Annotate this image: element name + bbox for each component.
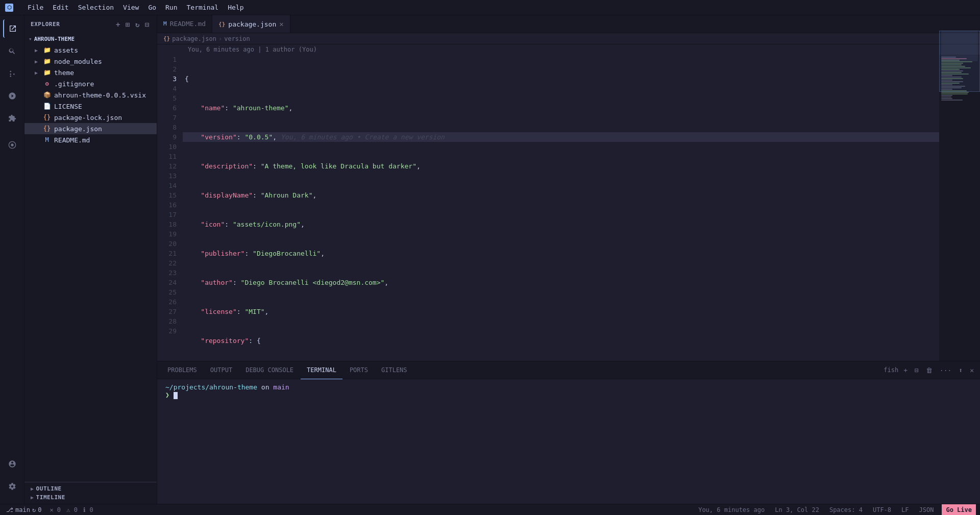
menu-file[interactable]: File [23, 3, 47, 12]
file-vsix-label: ahroun-theme-0.0.5.vsix [54, 91, 146, 99]
ln-25: 25 [165, 287, 177, 297]
file-gitignore[interactable]: ⚙ .gitignore [24, 78, 157, 89]
position-text: Ln 3, Col 22 [775, 506, 819, 513]
folder-theme[interactable]: ▶ 📁 theme [24, 67, 157, 78]
svg-point-1 [11, 143, 13, 146]
ln-13: 13 [165, 171, 177, 181]
split-terminal-icon[interactable]: ⊟ [913, 365, 921, 375]
new-terminal-icon[interactable]: + [901, 365, 910, 375]
maximize-panel-icon[interactable]: ⬆ [957, 365, 965, 375]
activity-extensions[interactable] [3, 109, 21, 128]
sync-count: 0 [38, 506, 41, 513]
error-count: 0 [57, 506, 61, 513]
project-root[interactable]: ▾ AHROUN-THEME [24, 33, 157, 44]
menu-terminal[interactable]: Terminal [183, 3, 223, 12]
terminal-cursor [174, 392, 178, 399]
menu-edit[interactable]: Edit [48, 3, 72, 12]
status-branch[interactable]: ⎇ main ↻ 0 [4, 506, 43, 513]
panel-tab-ports[interactable]: PORTS [344, 361, 374, 379]
status-errors[interactable]: ✕ 0 ⚠ 0 ℹ 0 [47, 506, 95, 513]
tab-close-icon[interactable]: ✕ [279, 20, 283, 28]
folder-icon: 📁 [43, 46, 51, 54]
panel: PROBLEMS OUTPUT DEBUG CONSOLE TERMINAL P… [157, 361, 980, 504]
file-package-lock-label: package-lock.json [54, 114, 122, 121]
json-icon: {} [43, 113, 51, 121]
activity-bar [0, 15, 24, 504]
activity-settings[interactable] [3, 477, 21, 496]
go-live-button[interactable]: Go Live [942, 504, 976, 516]
go-live-label: Go Live [946, 506, 972, 513]
ln-21: 21 [165, 249, 177, 258]
status-language[interactable]: JSON [917, 506, 936, 513]
terminal-prompt-symbol: ❯ [165, 391, 174, 399]
code-content[interactable]: { "name": "ahroun-theme", "version": "0.… [183, 55, 939, 361]
status-encoding[interactable]: UTF-8 [871, 506, 893, 513]
error-icon: ✕ [50, 506, 53, 513]
ln-19: 19 [165, 229, 177, 239]
new-file-icon[interactable]: + [115, 19, 121, 30]
activity-search[interactable] [3, 42, 21, 60]
activity-account[interactable] [3, 455, 21, 473]
refresh-explorer-icon[interactable]: ↻ [134, 19, 141, 30]
explorer-title: EXPLORER [31, 21, 60, 28]
language-text: JSON [919, 506, 934, 513]
file-readme[interactable]: M README.md [24, 134, 157, 145]
file-package-lock[interactable]: {} package-lock.json [24, 112, 157, 123]
tab-package-json[interactable]: {} package.json ✕ [212, 15, 290, 33]
activity-explorer[interactable] [3, 19, 21, 38]
kill-terminal-icon[interactable]: 🗑 [924, 365, 935, 375]
line-ending-text: LF [901, 506, 909, 513]
timeline-section[interactable]: ▶ TIMELINE [24, 493, 157, 502]
tab-readme[interactable]: M README.md [157, 15, 212, 33]
code-editor[interactable]: 1 2 3 4 5 6 7 8 9 10 11 12 13 14 15 16 1 [157, 55, 939, 361]
file-gitignore-label: .gitignore [54, 80, 94, 88]
ln-26: 26 [165, 297, 177, 307]
panel-more-icon[interactable]: ··· [938, 365, 953, 375]
activity-source-control[interactable] [3, 64, 21, 83]
status-position[interactable]: Ln 3, Col 22 [773, 506, 821, 513]
panel-tab-gitlens[interactable]: GITLENS [375, 361, 413, 379]
menu-go[interactable]: Go [144, 3, 160, 12]
panel-tab-debug[interactable]: DEBUG CONSOLE [239, 361, 300, 379]
folder-assets[interactable]: ▶ 📁 assets [24, 44, 157, 56]
outline-section[interactable]: ▶ OUTLINE [24, 484, 157, 493]
panel-tab-problems[interactable]: PROBLEMS [161, 361, 203, 379]
panel-actions: fish + ⊟ 🗑 ··· ⬆ ✕ [884, 365, 976, 375]
activity-run-debug[interactable] [3, 87, 21, 105]
breadcrumb-field[interactable]: version [224, 35, 250, 42]
status-spaces[interactable]: Spaces: 4 [827, 506, 865, 513]
info-icon: ℹ [83, 506, 86, 513]
menu-run[interactable]: Run [161, 3, 181, 12]
new-folder-icon[interactable]: ⊞ [125, 19, 131, 30]
terminal-prompt-line: ~/projects/ahroun-theme on main [165, 383, 972, 391]
file-license[interactable]: 📄 LICENSE [24, 101, 157, 112]
folder-assets-label: assets [54, 46, 78, 54]
panel-tab-output[interactable]: OUTPUT [204, 361, 238, 379]
editor-body: 1 2 3 4 5 6 7 8 9 10 11 12 13 14 15 16 1 [157, 55, 980, 361]
panel-tab-terminal[interactable]: TERMINAL [301, 361, 342, 379]
collapse-all-icon[interactable]: ⊟ [144, 19, 151, 30]
spaces-text: Spaces: 4 [829, 506, 863, 513]
terminal-shell-label: fish [884, 366, 898, 374]
titlebar: ⬡ File Edit Selection View Go Run Termin… [0, 0, 980, 15]
license-icon: 📄 [43, 102, 51, 110]
terminal-content[interactable]: ~/projects/ahroun-theme on main ❯ [157, 379, 980, 504]
ln-4: 4 [165, 84, 177, 93]
menu-selection[interactable]: Selection [74, 3, 118, 12]
ln-24: 24 [165, 278, 177, 287]
menu-help[interactable]: Help [224, 3, 248, 12]
breadcrumb-file[interactable]: package.json [172, 35, 216, 42]
activity-remote[interactable] [3, 136, 21, 154]
status-author: You, 6 minutes ago [696, 506, 767, 513]
vsix-icon: 📦 [43, 91, 51, 99]
status-line-ending[interactable]: LF [899, 506, 911, 513]
file-package-json[interactable]: {} package.json [24, 123, 157, 134]
ln-23: 23 [165, 268, 177, 278]
close-panel-icon[interactable]: ✕ [968, 365, 976, 375]
file-vsix[interactable]: 📦 ahroun-theme-0.0.5.vsix [24, 89, 157, 101]
sidebar-bottom: ▶ OUTLINE ▶ TIMELINE [24, 482, 157, 504]
menu-view[interactable]: View [119, 3, 143, 12]
ln-2: 2 [165, 64, 177, 74]
folder-node-modules[interactable]: ▶ 📁 node_modules [24, 56, 157, 67]
branch-name: main [15, 506, 30, 513]
